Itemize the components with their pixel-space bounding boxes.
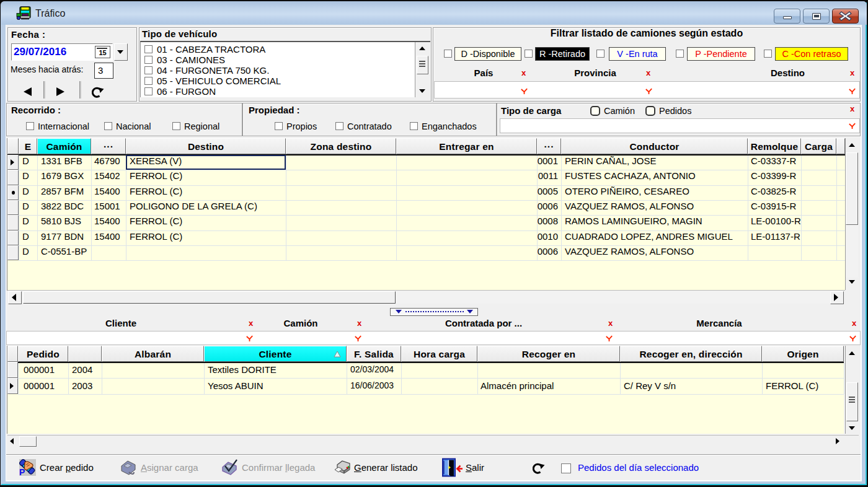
svg-text:P: P (19, 467, 25, 476)
